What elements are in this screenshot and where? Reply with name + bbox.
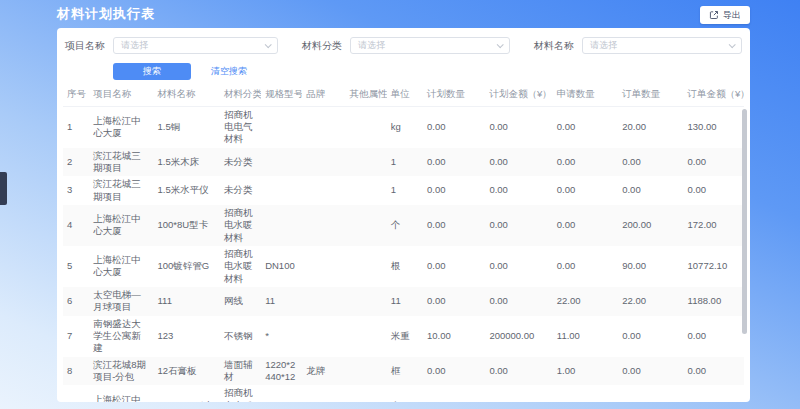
material-name-select[interactable]: 请选择 (582, 37, 742, 54)
table-cell: 招商机电水暖材料 (220, 205, 261, 246)
table-cell: 1 (387, 148, 423, 177)
table-cell: 米重 (387, 316, 423, 357)
table-header: 序号项目名称材料名称材料分类规格型号品牌其他属性单位计划数量计划金额（¥）申请数… (63, 87, 744, 106)
clear-search-link[interactable]: 清空搜索 (211, 65, 247, 78)
table-cell: DN100 (261, 246, 302, 287)
table-cell: 12石膏板 (154, 357, 220, 386)
table-cell: 0.00 (684, 357, 744, 386)
table-cell: 11 (387, 287, 423, 316)
table-cell: 0.00 (485, 205, 552, 246)
table-cell (261, 148, 302, 177)
table-row[interactable]: 1上海松江中心大厦1.5铜招商机电电气材料kg0.000.000.0020.00… (63, 106, 744, 148)
table-row[interactable]: 3滨江花城三期项目1.5米水平仪未分类10.000.000.000.000.00 (63, 176, 744, 205)
table-cell: 0.00 (423, 148, 485, 177)
column-header: 材料名称 (154, 87, 220, 106)
column-header: 其他属性 (346, 87, 387, 106)
table-cell: 0.00 (423, 287, 485, 316)
table-row[interactable]: 7南钢盛达大学生公寓新建123不锈钢*米重10.00200000.0011.00… (63, 316, 744, 357)
table-cell: 0.00 (485, 106, 552, 148)
filter-actions-row: 搜索 清空搜索 (65, 63, 742, 80)
table-cell: 20.00 (618, 106, 683, 148)
table-cell: 0.00 (423, 106, 485, 148)
table-cell (346, 385, 387, 402)
table-cell: 10772.10 (684, 246, 744, 287)
table-cell (346, 106, 387, 148)
table-cell: 6 (63, 287, 89, 316)
data-table-wrap: 序号项目名称材料名称材料分类规格型号品牌其他属性单位计划数量计划金额（¥）申请数… (63, 87, 744, 402)
column-header: 计划金额（¥） (485, 87, 552, 106)
table-cell: 0.00 (553, 106, 618, 148)
table-cell: 200000.00 (485, 316, 552, 357)
sidebar-collapse-handle[interactable] (0, 172, 7, 205)
table-cell: 0.00 (423, 246, 485, 287)
table-row[interactable]: 8滨江花城8期项目-分包12石膏板墙面辅材1220*2440*12龙牌框0.00… (63, 357, 744, 386)
table-cell: 0.00 (485, 246, 552, 287)
table-cell: 0.00 (485, 385, 552, 402)
table-cell: 0.00 (684, 148, 744, 177)
project-name-select[interactable]: 请选择 (113, 37, 278, 54)
table-cell: * (261, 316, 302, 357)
table-body: 1上海松江中心大厦1.5铜招商机电电气材料kg0.000.000.0020.00… (63, 106, 744, 402)
table-cell: 上海松江中心大厦 (89, 205, 153, 246)
table-cell: 框 (387, 357, 423, 386)
table-cell: 11.00 (553, 316, 618, 357)
column-header: 序号 (63, 87, 89, 106)
table-row[interactable]: 6太空电梯—月球项目111网线11110.000.0022.0022.00118… (63, 287, 744, 316)
table-row[interactable]: 9上海松江中心大厦150*10U型卡招商机电水暖材料个0.000.000.008… (63, 385, 744, 402)
table-row[interactable]: 5上海松江中心大厦100镀锌管G招商机电水暖材料DN100根0.000.000.… (63, 246, 744, 287)
table-cell: 0.00 (553, 205, 618, 246)
table-cell: 2 (63, 148, 89, 177)
table-cell: 0.00 (618, 316, 683, 357)
project-name-placeholder: 请选择 (121, 39, 148, 52)
column-header: 订单数量 (618, 87, 683, 106)
vertical-scrollbar[interactable] (742, 109, 747, 334)
table-cell: 0.00 (553, 148, 618, 177)
column-header: 规格型号 (261, 87, 302, 106)
content-card: 项目名称 请选择 材料分类 请选择 材料名称 请选择 搜索 清空搜索 (57, 28, 750, 402)
table-cell: 0.00 (618, 148, 683, 177)
table-cell (346, 176, 387, 205)
export-button[interactable]: 导出 (700, 6, 750, 24)
table-cell (261, 205, 302, 246)
filter-row: 项目名称 请选择 材料分类 请选择 材料名称 请选择 (65, 37, 742, 54)
table-row[interactable]: 2滨江花城三期项目1.5米木床未分类10.000.000.000.000.00 (63, 148, 744, 177)
table-cell: 0.00 (485, 357, 552, 386)
table-cell: 根 (387, 246, 423, 287)
table-cell: 80.00 (618, 385, 683, 402)
search-button[interactable]: 搜索 (113, 63, 191, 80)
table-cell (302, 106, 345, 148)
table-cell: 个 (387, 205, 423, 246)
table-cell: 滨江花城三期项目 (89, 176, 153, 205)
table-cell: 22.00 (618, 287, 683, 316)
material-name-placeholder: 请选择 (590, 39, 617, 52)
table-cell (302, 287, 345, 316)
table-cell: 1.5米木床 (154, 148, 220, 177)
table-cell: 5 (63, 246, 89, 287)
table-cell: 100*8U型卡 (154, 205, 220, 246)
table-cell: 1 (63, 106, 89, 148)
table-cell: 0.00 (684, 316, 744, 357)
material-name-label: 材料名称 (534, 39, 574, 53)
chevron-down-icon (729, 41, 736, 48)
table-cell: 不锈钢 (220, 316, 261, 357)
table-cell (261, 106, 302, 148)
table-cell: 7 (63, 316, 89, 357)
table-cell: 100镀锌管G (154, 246, 220, 287)
table-cell (346, 205, 387, 246)
table-cell: 网线 (220, 287, 261, 316)
table-cell: 1 (387, 176, 423, 205)
table-cell: 上海松江中心大厦 (89, 385, 153, 402)
table-cell: 0.00 (485, 148, 552, 177)
table-cell: 1188.00 (684, 287, 744, 316)
table-cell: 8 (63, 357, 89, 386)
table-cell: 滨江花城三期项目 (89, 148, 153, 177)
table-row[interactable]: 4上海松江中心大厦100*8U型卡招商机电水暖材料个0.000.000.0020… (63, 205, 744, 246)
filter-panel: 项目名称 请选择 材料分类 请选择 材料名称 请选择 搜索 清空搜索 (57, 28, 750, 80)
table-cell: 南钢盛达大学生公寓新建 (89, 316, 153, 357)
table-cell: 90.00 (618, 246, 683, 287)
table-cell: 1.5铜 (154, 106, 220, 148)
table-cell (302, 205, 345, 246)
table-cell: 22.00 (553, 287, 618, 316)
material-category-select[interactable]: 请选择 (350, 37, 510, 54)
table-cell: 10.00 (423, 316, 485, 357)
